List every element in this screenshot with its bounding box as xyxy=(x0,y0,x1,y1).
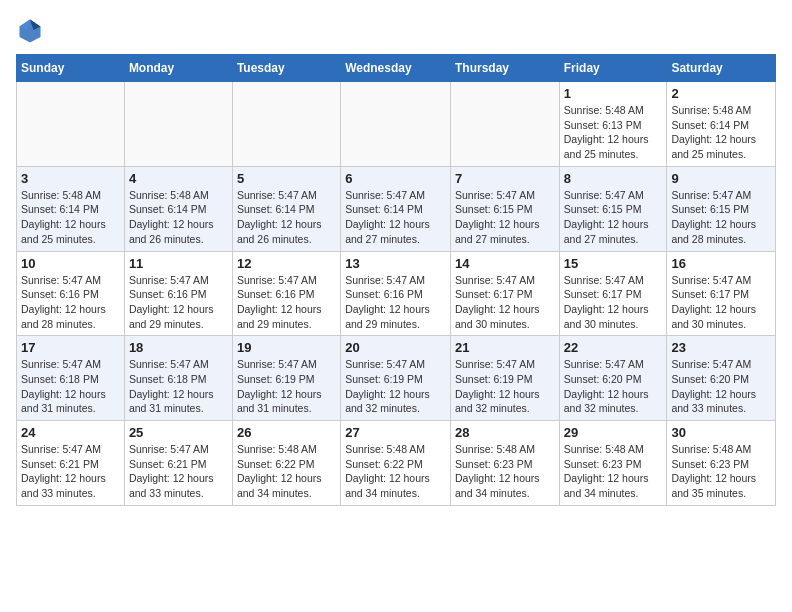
day-number: 12 xyxy=(237,256,336,271)
day-info: Sunrise: 5:47 AMSunset: 6:18 PMDaylight:… xyxy=(129,357,228,416)
calendar-cell: 7Sunrise: 5:47 AMSunset: 6:15 PMDaylight… xyxy=(450,166,559,251)
day-info: Sunrise: 5:47 AMSunset: 6:18 PMDaylight:… xyxy=(21,357,120,416)
calendar-cell xyxy=(17,82,125,167)
day-number: 30 xyxy=(671,425,771,440)
day-number: 22 xyxy=(564,340,663,355)
calendar-cell: 17Sunrise: 5:47 AMSunset: 6:18 PMDayligh… xyxy=(17,336,125,421)
day-info: Sunrise: 5:48 AMSunset: 6:14 PMDaylight:… xyxy=(21,188,120,247)
calendar-cell: 30Sunrise: 5:48 AMSunset: 6:23 PMDayligh… xyxy=(667,421,776,506)
day-number: 20 xyxy=(345,340,446,355)
day-info: Sunrise: 5:48 AMSunset: 6:23 PMDaylight:… xyxy=(564,442,663,501)
calendar-cell: 10Sunrise: 5:47 AMSunset: 6:16 PMDayligh… xyxy=(17,251,125,336)
day-info: Sunrise: 5:47 AMSunset: 6:20 PMDaylight:… xyxy=(564,357,663,416)
calendar-cell: 9Sunrise: 5:47 AMSunset: 6:15 PMDaylight… xyxy=(667,166,776,251)
calendar-cell: 19Sunrise: 5:47 AMSunset: 6:19 PMDayligh… xyxy=(232,336,340,421)
calendar-cell: 20Sunrise: 5:47 AMSunset: 6:19 PMDayligh… xyxy=(341,336,451,421)
day-number: 23 xyxy=(671,340,771,355)
day-info: Sunrise: 5:47 AMSunset: 6:19 PMDaylight:… xyxy=(455,357,555,416)
logo-icon xyxy=(16,16,44,44)
day-info: Sunrise: 5:48 AMSunset: 6:23 PMDaylight:… xyxy=(671,442,771,501)
calendar-week-4: 24Sunrise: 5:47 AMSunset: 6:21 PMDayligh… xyxy=(17,421,776,506)
calendar-header-row: SundayMondayTuesdayWednesdayThursdayFrid… xyxy=(17,55,776,82)
calendar-cell: 23Sunrise: 5:47 AMSunset: 6:20 PMDayligh… xyxy=(667,336,776,421)
day-info: Sunrise: 5:47 AMSunset: 6:16 PMDaylight:… xyxy=(21,273,120,332)
calendar-cell: 21Sunrise: 5:47 AMSunset: 6:19 PMDayligh… xyxy=(450,336,559,421)
day-number: 4 xyxy=(129,171,228,186)
day-number: 19 xyxy=(237,340,336,355)
day-info: Sunrise: 5:47 AMSunset: 6:15 PMDaylight:… xyxy=(455,188,555,247)
day-info: Sunrise: 5:47 AMSunset: 6:21 PMDaylight:… xyxy=(21,442,120,501)
header-monday: Monday xyxy=(124,55,232,82)
day-number: 17 xyxy=(21,340,120,355)
calendar-cell: 3Sunrise: 5:48 AMSunset: 6:14 PMDaylight… xyxy=(17,166,125,251)
day-info: Sunrise: 5:48 AMSunset: 6:14 PMDaylight:… xyxy=(129,188,228,247)
day-info: Sunrise: 5:47 AMSunset: 6:15 PMDaylight:… xyxy=(671,188,771,247)
logo xyxy=(16,16,48,44)
day-info: Sunrise: 5:47 AMSunset: 6:16 PMDaylight:… xyxy=(129,273,228,332)
day-number: 16 xyxy=(671,256,771,271)
header-friday: Friday xyxy=(559,55,667,82)
calendar-cell: 1Sunrise: 5:48 AMSunset: 6:13 PMDaylight… xyxy=(559,82,667,167)
day-number: 3 xyxy=(21,171,120,186)
calendar-cell: 16Sunrise: 5:47 AMSunset: 6:17 PMDayligh… xyxy=(667,251,776,336)
day-info: Sunrise: 5:47 AMSunset: 6:19 PMDaylight:… xyxy=(345,357,446,416)
day-info: Sunrise: 5:47 AMSunset: 6:14 PMDaylight:… xyxy=(237,188,336,247)
calendar-cell: 28Sunrise: 5:48 AMSunset: 6:23 PMDayligh… xyxy=(450,421,559,506)
header-sunday: Sunday xyxy=(17,55,125,82)
day-number: 7 xyxy=(455,171,555,186)
day-number: 15 xyxy=(564,256,663,271)
day-info: Sunrise: 5:47 AMSunset: 6:17 PMDaylight:… xyxy=(455,273,555,332)
day-info: Sunrise: 5:48 AMSunset: 6:22 PMDaylight:… xyxy=(345,442,446,501)
calendar-cell xyxy=(232,82,340,167)
day-number: 8 xyxy=(564,171,663,186)
calendar-cell: 29Sunrise: 5:48 AMSunset: 6:23 PMDayligh… xyxy=(559,421,667,506)
day-info: Sunrise: 5:47 AMSunset: 6:16 PMDaylight:… xyxy=(345,273,446,332)
day-number: 28 xyxy=(455,425,555,440)
calendar-cell xyxy=(124,82,232,167)
day-number: 21 xyxy=(455,340,555,355)
day-info: Sunrise: 5:48 AMSunset: 6:22 PMDaylight:… xyxy=(237,442,336,501)
calendar-cell: 11Sunrise: 5:47 AMSunset: 6:16 PMDayligh… xyxy=(124,251,232,336)
day-info: Sunrise: 5:47 AMSunset: 6:16 PMDaylight:… xyxy=(237,273,336,332)
calendar-cell: 12Sunrise: 5:47 AMSunset: 6:16 PMDayligh… xyxy=(232,251,340,336)
calendar-week-0: 1Sunrise: 5:48 AMSunset: 6:13 PMDaylight… xyxy=(17,82,776,167)
day-info: Sunrise: 5:48 AMSunset: 6:13 PMDaylight:… xyxy=(564,103,663,162)
day-info: Sunrise: 5:47 AMSunset: 6:20 PMDaylight:… xyxy=(671,357,771,416)
day-number: 11 xyxy=(129,256,228,271)
day-number: 25 xyxy=(129,425,228,440)
day-number: 9 xyxy=(671,171,771,186)
svg-marker-0 xyxy=(20,20,41,43)
day-number: 6 xyxy=(345,171,446,186)
day-info: Sunrise: 5:47 AMSunset: 6:21 PMDaylight:… xyxy=(129,442,228,501)
day-info: Sunrise: 5:48 AMSunset: 6:14 PMDaylight:… xyxy=(671,103,771,162)
day-number: 14 xyxy=(455,256,555,271)
day-info: Sunrise: 5:48 AMSunset: 6:23 PMDaylight:… xyxy=(455,442,555,501)
calendar-cell: 25Sunrise: 5:47 AMSunset: 6:21 PMDayligh… xyxy=(124,421,232,506)
calendar-cell: 15Sunrise: 5:47 AMSunset: 6:17 PMDayligh… xyxy=(559,251,667,336)
day-info: Sunrise: 5:47 AMSunset: 6:15 PMDaylight:… xyxy=(564,188,663,247)
calendar-cell: 24Sunrise: 5:47 AMSunset: 6:21 PMDayligh… xyxy=(17,421,125,506)
day-number: 10 xyxy=(21,256,120,271)
day-number: 27 xyxy=(345,425,446,440)
header-thursday: Thursday xyxy=(450,55,559,82)
calendar-cell xyxy=(341,82,451,167)
header-saturday: Saturday xyxy=(667,55,776,82)
day-number: 29 xyxy=(564,425,663,440)
calendar-cell: 18Sunrise: 5:47 AMSunset: 6:18 PMDayligh… xyxy=(124,336,232,421)
day-info: Sunrise: 5:47 AMSunset: 6:19 PMDaylight:… xyxy=(237,357,336,416)
calendar-cell xyxy=(450,82,559,167)
calendar-cell: 5Sunrise: 5:47 AMSunset: 6:14 PMDaylight… xyxy=(232,166,340,251)
header-wednesday: Wednesday xyxy=(341,55,451,82)
day-number: 2 xyxy=(671,86,771,101)
day-number: 18 xyxy=(129,340,228,355)
day-number: 24 xyxy=(21,425,120,440)
calendar-cell: 2Sunrise: 5:48 AMSunset: 6:14 PMDaylight… xyxy=(667,82,776,167)
calendar-cell: 13Sunrise: 5:47 AMSunset: 6:16 PMDayligh… xyxy=(341,251,451,336)
calendar-table: SundayMondayTuesdayWednesdayThursdayFrid… xyxy=(16,54,776,506)
day-number: 26 xyxy=(237,425,336,440)
calendar-week-2: 10Sunrise: 5:47 AMSunset: 6:16 PMDayligh… xyxy=(17,251,776,336)
calendar-cell: 6Sunrise: 5:47 AMSunset: 6:14 PMDaylight… xyxy=(341,166,451,251)
calendar-cell: 14Sunrise: 5:47 AMSunset: 6:17 PMDayligh… xyxy=(450,251,559,336)
day-info: Sunrise: 5:47 AMSunset: 6:17 PMDaylight:… xyxy=(671,273,771,332)
day-info: Sunrise: 5:47 AMSunset: 6:14 PMDaylight:… xyxy=(345,188,446,247)
